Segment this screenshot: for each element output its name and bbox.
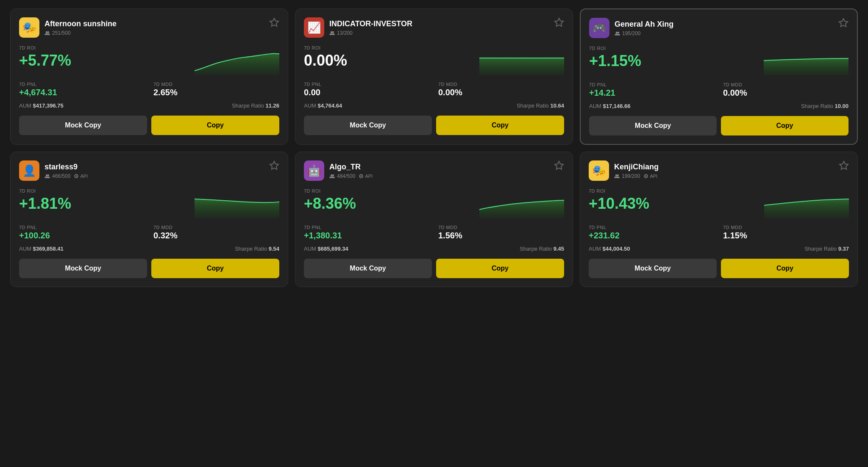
stats-row: 7D PNL +231.62 7D MDD 1.15% [589,225,849,240]
buttons-row: Mock Copy Copy [304,259,564,278]
aum-value: $4,764.64 [318,102,342,109]
aum-label: AUM $417,396.75 [19,102,64,109]
favorite-button[interactable] [552,159,566,175]
mini-chart [479,188,564,218]
roi-label: 7D ROI [589,46,759,51]
trader-name: Algo_TR [329,163,564,171]
pnl-label: 7D PNL [19,225,145,230]
aum-row: AUM $17,146.66 Sharpe Ratio 10.00 [589,103,849,109]
favorite-button[interactable] [552,16,566,32]
card-header: 📈 INDICATOR-INVESTOR 13/200 [304,17,564,38]
metrics-row: 7D ROI +8.36% [304,188,564,218]
mdd-value: 0.00% [438,88,564,97]
mock-copy-button[interactable]: Mock Copy [304,116,432,135]
trader-name: General Ah Xing [615,20,849,29]
chart-section [764,46,849,75]
mdd-label: 7D MDD [723,225,849,230]
svg-point-18 [617,174,619,176]
chart-section [764,188,849,218]
trader-meta: 199/200 API [614,173,849,179]
stats-row: 7D PNL 0.00 7D MDD 0.00% [304,82,564,97]
pnl-stat: 7D PNL +4,674.31 [19,82,145,97]
roi-label: 7D ROI [304,188,474,193]
pnl-value: 0.00 [304,88,430,97]
card-kenji-chiang: 🎭 KenjiChiang 199/200 [580,152,858,287]
people-icon [615,31,620,36]
copy-button[interactable]: Copy [436,116,564,135]
svg-point-1 [47,31,49,33]
roi-section: 7D ROI +5.77% [19,45,189,69]
favorite-button[interactable] [267,16,281,32]
roi-value: +1.15% [589,53,759,69]
members-count: 13/200 [329,30,353,36]
svg-marker-16 [555,161,563,169]
mock-copy-button[interactable]: Mock Copy [19,259,147,278]
aum-row: AUM $44,004.50 Sharpe Ratio 9.37 [589,246,849,252]
star-icon [554,17,564,28]
api-badge: API [643,174,657,179]
sharpe-label: Sharpe Ratio 10.64 [517,102,564,109]
copy-button[interactable]: Copy [151,259,279,278]
svg-point-9 [46,174,47,176]
roi-value: +1.81% [19,195,189,212]
people-icon [329,174,335,178]
sharpe-value: 11.26 [265,102,279,109]
avatar: 👤 [19,160,39,181]
header-info: starless9 466/500 [45,163,279,179]
svg-marker-20 [840,161,848,169]
mock-copy-button[interactable]: Mock Copy [589,259,717,278]
stats-row: 7D PNL +4,674.31 7D MDD 2.65% [19,82,279,97]
pnl-stat: 7D PNL 0.00 [304,82,430,97]
aum-label: AUM $17,146.66 [589,103,631,109]
avatar: 🎭 [19,17,39,38]
copy-button[interactable]: Copy [151,116,279,135]
mini-chart [764,46,849,75]
copy-button[interactable]: Copy [721,259,849,278]
members-count: 484/500 [329,173,355,179]
mdd-stat: 7D MDD 1.56% [438,225,564,240]
svg-marker-2 [270,18,278,26]
favorite-button[interactable] [837,159,851,175]
roi-section: 7D ROI +1.81% [19,188,189,212]
pnl-value: +100.26 [19,231,145,240]
roi-value: +5.77% [19,52,189,69]
people-icon [329,31,335,35]
sharpe-label: Sharpe Ratio 9.37 [804,246,849,252]
roi-value: 0.00% [304,52,474,69]
aum-value: $369,858.41 [33,246,64,252]
svg-point-17 [615,174,617,176]
card-header: 🤖 Algo_TR 484/500 [304,160,564,181]
mdd-label: 7D MDD [723,82,849,87]
copy-button[interactable]: Copy [436,259,564,278]
aum-label: AUM $369,858.41 [19,246,64,252]
favorite-button[interactable] [837,16,850,32]
buttons-row: Mock Copy Copy [19,259,279,278]
header-info: KenjiChiang 199/200 [614,163,849,179]
trader-name: INDICATOR-INVESTOR [329,19,564,28]
mdd-label: 7D MDD [438,82,564,87]
card-afternoon-sunshine: 🎭 Afternoon sunshine 251/500 [10,8,288,145]
aum-value: $417,396.75 [33,102,64,109]
avatar: 🎭 [589,160,609,181]
mdd-value: 0.00% [723,88,849,98]
sharpe-label: Sharpe Ratio 11.26 [232,102,279,109]
favorite-button[interactable] [267,159,281,175]
card-header: 🎭 KenjiChiang 199/200 [589,160,849,181]
mock-copy-button[interactable]: Mock Copy [304,259,432,278]
chart-section [479,45,564,75]
chart-section [479,188,564,218]
pnl-label: 7D PNL [304,82,430,87]
trader-meta: 13/200 [329,30,564,36]
copy-button[interactable]: Copy [721,116,849,135]
mock-copy-button[interactable]: Mock Copy [19,116,147,135]
header-info: Algo_TR 484/500 [329,163,564,179]
svg-point-3 [331,31,332,33]
sharpe-value: 10.00 [835,103,849,109]
star-icon [838,18,849,28]
metrics-row: 7D ROI +1.15% [589,46,849,75]
metrics-row: 7D ROI 0.00% [304,45,564,75]
trader-meta: 484/500 API [329,173,564,179]
api-badge: API [359,174,373,179]
mock-copy-button[interactable]: Mock Copy [589,116,717,135]
mdd-label: 7D MDD [438,225,564,230]
